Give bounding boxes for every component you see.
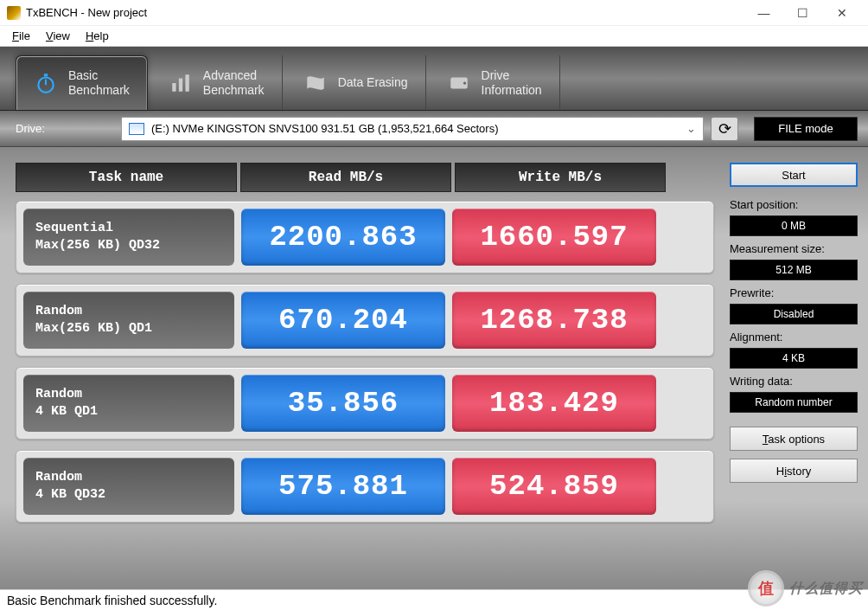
start-position-value[interactable]: 0 MB	[730, 215, 858, 236]
refresh-button[interactable]: ⟳	[711, 117, 738, 141]
header-write: Write MB/s	[455, 163, 666, 192]
bench-header: Task name Read MB/s Write MB/s	[16, 163, 714, 192]
maximize-button[interactable]: ☐	[783, 1, 822, 25]
task-options-button[interactable]: Task options	[730, 427, 858, 451]
tab-label: DriveInformation	[482, 68, 542, 98]
app-icon	[7, 6, 21, 20]
menu-file[interactable]: File	[5, 28, 37, 44]
bench-row: SequentialMax(256 KB) QD32 2200.863 1660…	[16, 201, 714, 273]
status-text: Basic Benchmark finished successfully.	[7, 594, 217, 607]
erase-icon	[303, 71, 328, 95]
measurement-size-value[interactable]: 512 MB	[730, 260, 858, 280]
drive-selected-text: (E:) NVMe KINGSTON SNVS100 931.51 GB (1,…	[151, 122, 499, 135]
tab-label: AdvancedBenchmark	[203, 68, 265, 98]
tab-basic-benchmark[interactable]: BasicBenchmark	[16, 55, 148, 110]
write-value: 183.429	[452, 375, 656, 432]
tab-label: BasicBenchmark	[68, 68, 130, 98]
svg-point-7	[463, 81, 465, 84]
history-button[interactable]: History	[730, 459, 858, 483]
menubar: File View Help	[0, 26, 868, 47]
watermark-text: 什么值得买	[789, 580, 863, 598]
prewrite-label: Prewrite:	[730, 286, 858, 299]
stopwatch-icon	[34, 71, 58, 95]
side-pane: Start Start position: 0 MB Measurement s…	[730, 147, 868, 589]
tab-data-erasing[interactable]: Data Erasing	[286, 55, 426, 110]
drive-icon	[447, 71, 471, 95]
drive-row: Drive: (E:) NVMe KINGSTON SNVS100 931.51…	[0, 111, 868, 147]
content: Task name Read MB/s Write MB/s Sequentia…	[0, 147, 868, 589]
drive-select[interactable]: (E:) NVMe KINGSTON SNVS100 931.51 GB (1,…	[121, 117, 704, 141]
watermark-badge: 值	[748, 570, 784, 607]
tab-label: Data Erasing	[338, 75, 408, 90]
bench-row: Random4 KB QD32 575.881 524.859	[16, 450, 714, 523]
drive-label: Drive:	[10, 122, 114, 135]
writing-data-label: Writing data:	[730, 375, 858, 388]
header-read: Read MB/s	[240, 163, 451, 192]
writing-data-value[interactable]: Random number	[730, 392, 858, 413]
svg-rect-1	[44, 74, 48, 76]
svg-rect-4	[179, 78, 182, 91]
read-value: 575.881	[241, 458, 445, 515]
alignment-value[interactable]: 4 KB	[730, 348, 858, 369]
bench-row: Random4 KB QD1 35.856 183.429	[16, 367, 714, 440]
titlebar: TxBENCH - New project — ☐ ✕	[0, 0, 868, 26]
menu-help[interactable]: Help	[79, 28, 116, 44]
header-task: Task name	[16, 163, 237, 192]
task-random-4kb-qd1[interactable]: Random4 KB QD1	[23, 375, 234, 432]
write-value: 1268.738	[452, 292, 656, 349]
alignment-label: Alignment:	[730, 331, 858, 344]
refresh-icon: ⟳	[718, 119, 731, 138]
window-title: TxBENCH - New project	[26, 6, 744, 19]
chevron-down-icon: ⌄	[686, 122, 696, 135]
disk-icon	[129, 123, 144, 135]
file-mode-button[interactable]: FILE mode	[754, 117, 858, 141]
task-sequential-qd32[interactable]: SequentialMax(256 KB) QD32	[23, 209, 234, 266]
watermark: 值 什么值得买	[748, 570, 863, 607]
start-button[interactable]: Start	[730, 163, 858, 187]
start-position-label: Start position:	[730, 198, 858, 211]
bench-row: RandomMax(256 KB) QD1 670.204 1268.738	[16, 284, 714, 356]
read-value: 35.856	[241, 375, 445, 432]
close-button[interactable]: ✕	[822, 1, 861, 25]
prewrite-value[interactable]: Disabled	[730, 304, 858, 324]
bar-chart-icon	[169, 71, 193, 95]
task-random-4kb-qd32[interactable]: Random4 KB QD32	[23, 458, 234, 515]
tab-drive-information[interactable]: DriveInformation	[430, 55, 560, 110]
write-value: 524.859	[452, 458, 656, 515]
svg-rect-3	[172, 83, 176, 92]
tab-advanced-benchmark[interactable]: AdvancedBenchmark	[151, 55, 283, 110]
task-random-max-qd1[interactable]: RandomMax(256 KB) QD1	[23, 292, 234, 349]
svg-rect-5	[185, 74, 188, 92]
status-bar: Basic Benchmark finished successfully.	[0, 589, 868, 610]
read-value: 2200.863	[241, 209, 445, 266]
minimize-button[interactable]: —	[744, 1, 783, 25]
read-value: 670.204	[241, 292, 445, 349]
measurement-size-label: Measurement size:	[730, 242, 858, 255]
write-value: 1660.597	[452, 209, 656, 266]
benchmark-pane: Task name Read MB/s Write MB/s Sequentia…	[0, 147, 730, 589]
menu-view[interactable]: View	[39, 28, 77, 44]
tabbar: BasicBenchmark AdvancedBenchmark Data Er…	[0, 47, 868, 111]
